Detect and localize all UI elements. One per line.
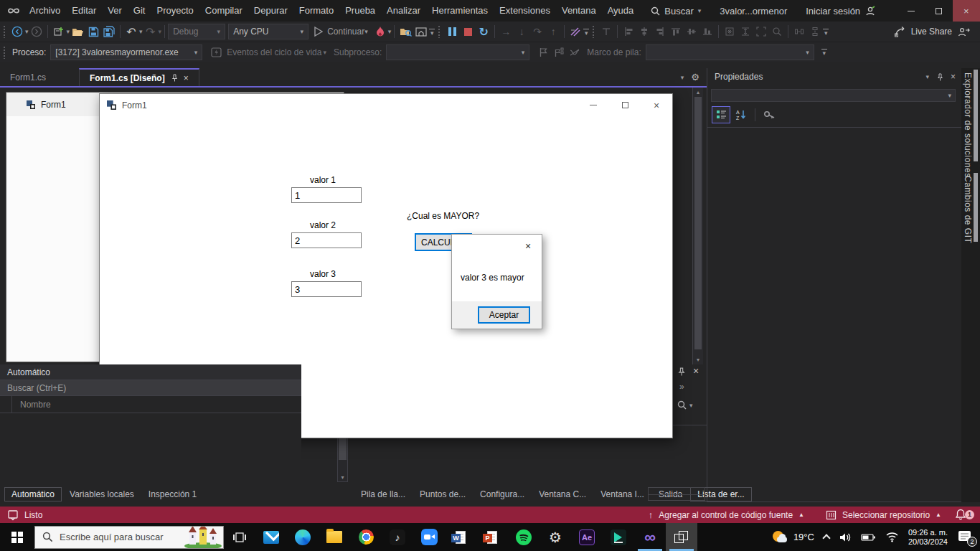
- tab-form1-designer[interactable]: Form1.cs [Diseño] ×: [79, 68, 199, 86]
- tab-pila-de-llamadas[interactable]: Pila de lla...: [354, 487, 412, 501]
- align-rights-icon[interactable]: [652, 23, 668, 40]
- lifecycle-dropdown[interactable]: ▾: [323, 49, 326, 56]
- panel-search-button[interactable]: ▾: [677, 400, 693, 410]
- autos-panel-title[interactable]: Automático: [0, 364, 301, 380]
- menu-ventana[interactable]: Ventana: [556, 0, 602, 22]
- share-user-icon[interactable]: [957, 27, 970, 37]
- message-box[interactable]: × valor 3 es mayor Aceptar: [451, 234, 542, 329]
- menu-git[interactable]: Git: [128, 0, 151, 22]
- find-in-files-icon[interactable]: [397, 23, 413, 40]
- tab-inspeccion-1[interactable]: Inspección 1: [142, 487, 203, 501]
- menu-analizar[interactable]: Analizar: [381, 0, 426, 22]
- sign-in-button[interactable]: Iniciar sesión: [806, 6, 876, 17]
- window-position-dropdown[interactable]: ▾: [925, 73, 929, 80]
- tiktok-app-icon[interactable]: ♪: [382, 523, 413, 551]
- valor3-input[interactable]: [291, 281, 362, 297]
- size-to-fit-icon[interactable]: [753, 23, 769, 40]
- wifi-icon[interactable]: [885, 532, 899, 542]
- debug-row-grip[interactable]: [3, 46, 6, 59]
- debug-toolbar-grip[interactable]: [438, 25, 441, 38]
- lifecycle-label[interactable]: Eventos del ciclo de vida: [227, 47, 321, 57]
- step-out-icon[interactable]: ↑: [545, 23, 561, 40]
- thread-combo[interactable]: ▾: [386, 44, 529, 60]
- chrome-app-icon[interactable]: [350, 523, 382, 551]
- tab-configuracion[interactable]: Configura...: [473, 487, 531, 501]
- process-combo[interactable]: [3172] 3valoresmayormenor.exe▾: [50, 44, 202, 60]
- designer-vertical-scrollbar[interactable]: ▴ ▾: [692, 88, 703, 364]
- clock-widget[interactable]: 09:26 a. m. 20/03/2024: [908, 528, 948, 547]
- save-button[interactable]: [85, 23, 101, 40]
- file-explorer-icon[interactable]: [319, 523, 350, 551]
- toolbar-grip[interactable]: [3, 25, 6, 38]
- stop-button[interactable]: [460, 23, 476, 40]
- task-view-button[interactable]: [224, 523, 255, 551]
- menu-depurar[interactable]: Depurar: [248, 0, 293, 22]
- step-over-icon[interactable]: ↷: [529, 23, 545, 40]
- align-middles-icon[interactable]: [684, 23, 699, 40]
- align-tops-icon[interactable]: [668, 23, 684, 40]
- valor2-input[interactable]: [291, 232, 362, 248]
- suspend-icon[interactable]: [567, 44, 583, 61]
- debug-overflow[interactable]: ▾: [583, 29, 589, 35]
- show-threads-icon[interactable]: [567, 23, 583, 40]
- select-repository-button[interactable]: Seleccionar repositorio: [842, 510, 930, 520]
- live-share-label[interactable]: Live Share: [911, 27, 952, 37]
- hot-reload-dropdown[interactable]: ▾: [388, 28, 392, 35]
- menu-editar[interactable]: Editar: [66, 0, 102, 22]
- mail-app-icon[interactable]: [255, 523, 287, 551]
- autos-column-header[interactable]: Nombre: [0, 396, 301, 413]
- menu-formato[interactable]: Formato: [293, 0, 339, 22]
- navigate-forward-button[interactable]: [29, 23, 44, 40]
- menu-ver[interactable]: Ver: [102, 0, 128, 22]
- add-source-control-button[interactable]: Agregar al control de código fuente: [659, 510, 793, 520]
- continue-dropdown[interactable]: ▾: [364, 28, 368, 35]
- properties-header[interactable]: Propiedades ▾ ×: [707, 68, 961, 85]
- taskbar-search-input[interactable]: Escribe aquí para buscar: [34, 526, 224, 549]
- aceptar-button[interactable]: Aceptar: [478, 306, 530, 324]
- search-highlight-castle-image[interactable]: [183, 526, 223, 548]
- restart-button[interactable]: ↻: [476, 23, 491, 40]
- zoom-app-icon[interactable]: [413, 523, 445, 551]
- step-into-icon[interactable]: ↓: [514, 23, 529, 40]
- minimize-button[interactable]: [897, 0, 925, 22]
- pin-icon[interactable]: [677, 367, 685, 376]
- next-statement-icon[interactable]: →: [498, 23, 514, 40]
- menu-prueba[interactable]: Prueba: [339, 0, 381, 22]
- solution-config-combo[interactable]: Debug▾: [168, 24, 225, 39]
- edge-app-icon[interactable]: [287, 523, 319, 551]
- volume-icon[interactable]: [839, 532, 852, 543]
- app-close-button[interactable]: ×: [641, 94, 672, 116]
- git-changes-vertical-tab[interactable]: Cambios de GIT: [963, 176, 973, 243]
- word-app-icon[interactable]: W: [445, 523, 476, 551]
- flag-threads-icon[interactable]: [551, 44, 567, 61]
- property-pages-key-icon[interactable]: [763, 110, 776, 120]
- title-search-box[interactable]: Buscar ▾: [651, 6, 701, 17]
- panel-overflow-chevrons[interactable]: »: [679, 382, 684, 392]
- home-window-icon[interactable]: [413, 23, 429, 40]
- snap-to-grid-icon[interactable]: [598, 23, 614, 40]
- close-button[interactable]: ×: [953, 0, 980, 22]
- menu-extensiones[interactable]: Extensiones: [494, 0, 556, 22]
- zoom-selection-icon[interactable]: [769, 23, 785, 40]
- close-tab-icon[interactable]: ×: [184, 73, 189, 83]
- align-bottoms-icon[interactable]: [699, 23, 715, 40]
- menu-proyecto[interactable]: Proyecto: [151, 0, 199, 22]
- flag-icon[interactable]: [535, 44, 551, 61]
- lifecycle-events-icon[interactable]: [208, 44, 224, 61]
- align-centers-icon[interactable]: [636, 23, 652, 40]
- live-share-icon[interactable]: [894, 26, 906, 37]
- visual-studio-taskbar-icon[interactable]: ∞: [634, 523, 666, 551]
- undo-button[interactable]: ↶: [123, 23, 139, 40]
- tab-ventana-inmediata[interactable]: Ventana I...: [594, 487, 651, 501]
- notifications-bell-button[interactable]: 1: [954, 508, 973, 522]
- weather-widget[interactable]: 19°C: [772, 530, 814, 545]
- pause-button[interactable]: [444, 23, 460, 40]
- continue-button[interactable]: Continuar: [314, 23, 364, 40]
- navigate-back-button[interactable]: [9, 23, 25, 40]
- stack-frame-combo[interactable]: ▾: [646, 44, 814, 60]
- hot-reload-icon[interactable]: [372, 23, 388, 40]
- scroll-up-icon[interactable]: ▴: [693, 89, 703, 95]
- solution-explorer-vertical-tab[interactable]: Explorador de soluciones: [963, 72, 973, 178]
- vertical-spacing-icon[interactable]: [807, 23, 823, 40]
- menu-herramientas[interactable]: Herramientas: [426, 0, 494, 22]
